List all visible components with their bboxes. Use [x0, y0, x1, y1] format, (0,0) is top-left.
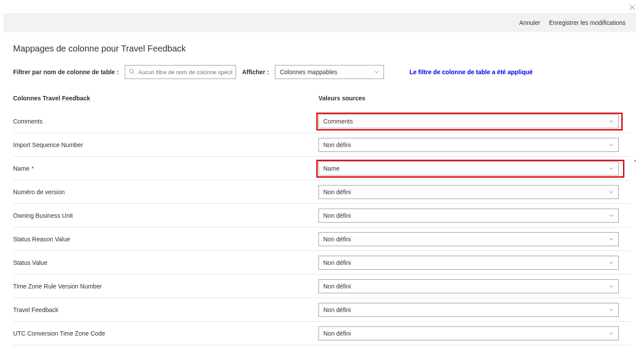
chevron-down-icon: [609, 260, 614, 265]
column-label: Owning Business Unit: [13, 212, 319, 219]
column-label: Numéro de version: [13, 189, 319, 196]
filter-input[interactable]: [138, 69, 232, 75]
source-value-select[interactable]: Non défini: [319, 138, 619, 152]
column-label: Name *: [13, 165, 319, 172]
chevron-down-icon: [609, 119, 614, 124]
required-asterisk: *: [30, 165, 34, 172]
table-row: Name *Name*: [13, 157, 631, 180]
chevron-down-icon: [609, 331, 614, 336]
column-label: Time Zone Rule Version Number: [13, 283, 319, 290]
source-value-text: Comments: [323, 118, 353, 125]
table-row: CommentsComments: [13, 110, 631, 133]
source-value-text: Non défini: [323, 212, 351, 219]
display-select[interactable]: Colonnes mappables: [275, 65, 384, 79]
page-title: Mappages de colonne pour Travel Feedback: [13, 44, 631, 54]
source-value-text: Non défini: [323, 141, 351, 148]
source-value-select[interactable]: Non défini: [319, 303, 619, 317]
display-label: Afficher :: [242, 69, 269, 75]
table-row: Owning Business UnitNon défini: [13, 204, 631, 227]
close-button[interactable]: [628, 3, 636, 11]
source-value-select[interactable]: Non défini: [319, 185, 619, 199]
chevron-down-icon: [609, 142, 614, 148]
table-row: UTC Conversion Time Zone CodeNon défini: [13, 322, 631, 345]
source-value-select[interactable]: Non défini: [319, 256, 619, 270]
chevron-down-icon: [609, 166, 614, 171]
chevron-down-icon: [609, 237, 614, 242]
chevron-down-icon: [609, 189, 614, 195]
table-row: Status Reason ValueNon défini: [13, 227, 631, 251]
save-button[interactable]: Enregistrer les modifications: [549, 19, 626, 26]
source-value-select[interactable]: Comments: [319, 114, 619, 128]
source-value-select[interactable]: Non défini: [319, 209, 619, 223]
source-value-text: Name: [323, 165, 339, 172]
table-row: Travel FeedbackNon défini: [13, 298, 631, 322]
source-value-select[interactable]: Non défini: [319, 279, 619, 293]
filter-applied-notice: Le filtre de colonne de table a été appl…: [409, 69, 532, 75]
source-value-select[interactable]: Non défini: [319, 232, 619, 246]
mapping-table: Colonnes Travel Feedback Valeurs sources…: [13, 91, 631, 345]
cancel-button[interactable]: Annuler: [519, 19, 540, 26]
column-label: UTC Conversion Time Zone Code: [13, 330, 319, 337]
filter-search-box[interactable]: [125, 65, 236, 79]
svg-point-2: [130, 69, 134, 73]
table-row: Status ValueNon défini: [13, 251, 631, 275]
chevron-down-icon: [609, 213, 614, 218]
filter-row: Filtrer par nom de colonne de table : Af…: [13, 65, 631, 79]
source-value-text: Non défini: [323, 189, 351, 196]
source-value-text: Non défini: [323, 236, 351, 243]
table-header: Colonnes Travel Feedback Valeurs sources: [13, 91, 631, 110]
chevron-down-icon: [609, 307, 614, 312]
source-value-select[interactable]: Non défini: [319, 326, 619, 340]
source-value-text: Non défini: [323, 306, 351, 313]
filter-label: Filtrer par nom de colonne de table :: [13, 69, 119, 75]
display-select-value: Colonnes mappables: [280, 69, 337, 75]
table-row: Import Sequence NumberNon défini: [13, 133, 631, 157]
chevron-down-icon: [609, 284, 614, 289]
table-row: Numéro de versionNon défini: [13, 180, 631, 204]
column-label: Status Reason Value: [13, 236, 319, 243]
chevron-down-icon: [374, 69, 379, 75]
source-value-text: Non défini: [323, 259, 351, 266]
column-label: Travel Feedback: [13, 306, 319, 313]
action-bar: Annuler Enregistrer les modifications: [3, 13, 636, 32]
header-right: Valeurs sources: [319, 95, 631, 102]
source-value-text: Non défini: [323, 330, 351, 337]
column-label: Import Sequence Number: [13, 141, 319, 148]
source-value-select[interactable]: Name: [319, 161, 619, 175]
table-row: Time Zone Rule Version NumberNon défini: [13, 275, 631, 298]
source-value-text: Non défini: [323, 283, 351, 290]
header-left: Colonnes Travel Feedback: [13, 95, 319, 102]
search-icon: [129, 69, 135, 76]
required-asterisk: *: [634, 159, 636, 165]
column-label: Status Value: [13, 259, 319, 266]
column-label: Comments: [13, 118, 319, 125]
svg-line-3: [133, 72, 135, 74]
